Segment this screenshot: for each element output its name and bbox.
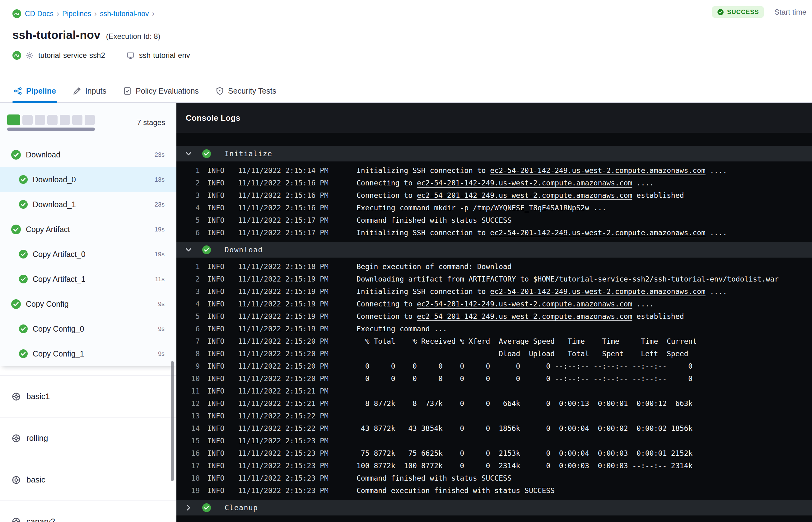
stage-progress-square[interactable] <box>35 115 45 125</box>
tab-security-tests[interactable]: Security Tests <box>215 86 278 102</box>
stage-progress-square[interactable] <box>47 115 58 125</box>
stage-progress-square[interactable] <box>85 115 95 125</box>
sidebar-scrollbar[interactable] <box>171 361 174 481</box>
log-level: INFO <box>207 422 225 435</box>
stage-row-copy-artifact_0[interactable]: Copy Artifact_019s <box>0 242 177 267</box>
log-line-number: 5 <box>177 214 200 226</box>
log-timestamp: 11/11/2022 2:15:22 PM <box>238 422 329 435</box>
tab-inputs[interactable]: Inputs <box>72 86 108 102</box>
stage-progress-square[interactable] <box>22 115 33 125</box>
log-line-number: 18 <box>177 472 200 484</box>
log-line: 4INFO11/11/2022 2:15:19 PMConnecting to … <box>177 298 812 310</box>
host-link[interactable]: ec2-54-201-142-249.us-west-2.compute.ama… <box>417 312 632 320</box>
log-message: Command finished with status SUCCESS <box>357 214 512 226</box>
host-link[interactable]: ec2-54-201-142-249.us-west-2.compute.ama… <box>490 229 705 237</box>
stage-row-copy-artifact_1[interactable]: Copy Artifact_111s <box>0 267 177 292</box>
service-name[interactable]: tutorial-service-ssh2 <box>38 51 105 60</box>
log-line: 13INFO11/11/2022 2:15:22 PM <box>177 410 812 422</box>
stage-row-download[interactable]: Download23s <box>0 142 177 167</box>
host-link[interactable]: ec2-54-201-142-249.us-west-2.compute.ama… <box>417 179 632 187</box>
log-level: INFO <box>207 310 225 323</box>
log-message: Connection to ec2-54-201-142-249.us-west… <box>357 189 684 202</box>
breadcrumb-link-1[interactable]: CD Docs <box>25 9 54 18</box>
log-line-number: 9 <box>177 360 200 373</box>
log-level: INFO <box>207 323 225 335</box>
environment-name[interactable]: ssh-tutorial-env <box>139 51 190 60</box>
stage-row-download_0[interactable]: Download_013s <box>0 167 177 192</box>
stage-row-download_1[interactable]: Download_123s <box>0 192 177 217</box>
stage-row-copy-artifact[interactable]: Copy Artifact19s <box>0 217 177 242</box>
cd-module-icon <box>13 51 21 60</box>
host-link[interactable]: ec2-54-201-142-249.us-west-2.compute.ama… <box>490 287 705 296</box>
log-line: 2INFO11/11/2022 2:15:19 PMDownloading ar… <box>177 273 812 285</box>
stage-progress-square[interactable] <box>7 115 20 125</box>
stage-label: basic <box>26 475 45 485</box>
tab-label: Policy Evaluations <box>136 86 199 96</box>
log-line: 11INFO11/11/2022 2:15:21 PM <box>177 385 812 397</box>
success-check-icon <box>717 9 724 16</box>
section-success-icon <box>202 245 211 254</box>
log-timestamp: 11/11/2022 2:15:16 PM <box>238 189 329 202</box>
chevron-down-icon[interactable] <box>185 246 192 254</box>
log-level: INFO <box>207 214 225 226</box>
log-message: Executing command mkdir -p /tmp/WYQNESE_… <box>357 202 606 214</box>
stage-label: Copy Artifact <box>26 225 70 234</box>
stage-label: canary2 <box>26 517 55 522</box>
log-timestamp: 11/11/2022 2:15:19 PM <box>238 285 329 298</box>
log-lines: 1INFO11/11/2022 2:15:14 PMInitializing S… <box>177 161 812 242</box>
success-check-icon <box>11 150 21 160</box>
stage-row-copy-config_0[interactable]: Copy Config_09s <box>0 316 177 341</box>
log-line-number: 1 <box>177 164 200 177</box>
status-badge-label: SUCCESS <box>727 8 759 16</box>
title-row: ssh-tutorial-nov (Execution Id: 8) <box>13 28 799 42</box>
console-header: Console Logs <box>177 103 812 133</box>
stage-row-rolling[interactable]: rolling <box>0 417 177 459</box>
breadcrumb-link-3[interactable]: ssh-tutorial-nov <box>100 9 149 18</box>
stage-progress-square[interactable] <box>60 115 70 125</box>
log-section-cleanup[interactable]: Cleanup <box>177 500 812 516</box>
log-level: INFO <box>207 484 225 497</box>
breadcrumb-link-2[interactable]: Pipelines <box>62 9 91 18</box>
log-line: 1INFO11/11/2022 2:15:18 PMBegin executio… <box>177 260 812 273</box>
tab-pipeline[interactable]: Pipeline <box>13 86 57 102</box>
log-level: INFO <box>207 164 225 177</box>
stage-progress-square[interactable] <box>72 115 82 125</box>
log-message: Connecting to ec2-54-201-142-249.us-west… <box>357 298 654 310</box>
tab-policy-evaluations[interactable]: Policy Evaluations <box>122 86 200 102</box>
success-check-icon <box>19 324 28 333</box>
log-section-download[interactable]: Download <box>177 242 812 258</box>
stage-type-icon <box>11 475 21 485</box>
stage-duration: 23s <box>155 151 165 158</box>
log-line-number: 15 <box>177 435 200 447</box>
log-timestamp: 11/11/2022 2:15:16 PM <box>238 177 329 189</box>
log-level: INFO <box>207 472 225 484</box>
stage-row-basic[interactable]: basic <box>0 459 177 501</box>
log-line-number: 4 <box>177 298 200 310</box>
host-link[interactable]: ec2-54-201-142-249.us-west-2.compute.ama… <box>417 300 632 308</box>
host-link[interactable]: ec2-54-201-142-249.us-west-2.compute.ama… <box>417 191 632 199</box>
chevron-right-icon[interactable] <box>185 504 192 511</box>
log-section-initialize[interactable]: Initialize <box>177 146 812 161</box>
stage-row-canary2[interactable]: canary2 <box>0 501 177 522</box>
stage-row-copy-config_1[interactable]: Copy Config_19s <box>0 341 177 366</box>
section-success-icon <box>202 149 211 158</box>
stage-row-copy-config[interactable]: Copy Config9s <box>0 292 177 316</box>
stage-progress <box>7 115 95 131</box>
log-timestamp: 11/11/2022 2:15:20 PM <box>238 347 329 360</box>
breadcrumb-separator-icon: › <box>152 9 155 18</box>
stage-label: Download_0 <box>33 175 76 184</box>
stage-row-basic1[interactable]: basic1 <box>0 376 177 417</box>
chevron-down-icon[interactable] <box>185 150 192 157</box>
log-timestamp: 11/11/2022 2:15:19 PM <box>238 273 329 285</box>
stage-type-icon <box>11 392 21 402</box>
log-line: 14INFO11/11/2022 2:15:22 PM 43 8772k 43 … <box>177 422 812 435</box>
log-timestamp: 11/11/2022 2:15:22 PM <box>238 410 329 422</box>
stage-duration: 9s <box>158 301 165 308</box>
console-logs-title: Console Logs <box>186 113 241 123</box>
host-link[interactable]: ec2-54-201-142-249.us-west-2.compute.ama… <box>490 166 705 175</box>
progress-track <box>7 127 95 131</box>
success-check-icon <box>11 225 21 234</box>
stage-duration: 13s <box>155 176 165 183</box>
success-check-icon <box>19 250 28 259</box>
stage-progress-squares <box>7 115 95 125</box>
